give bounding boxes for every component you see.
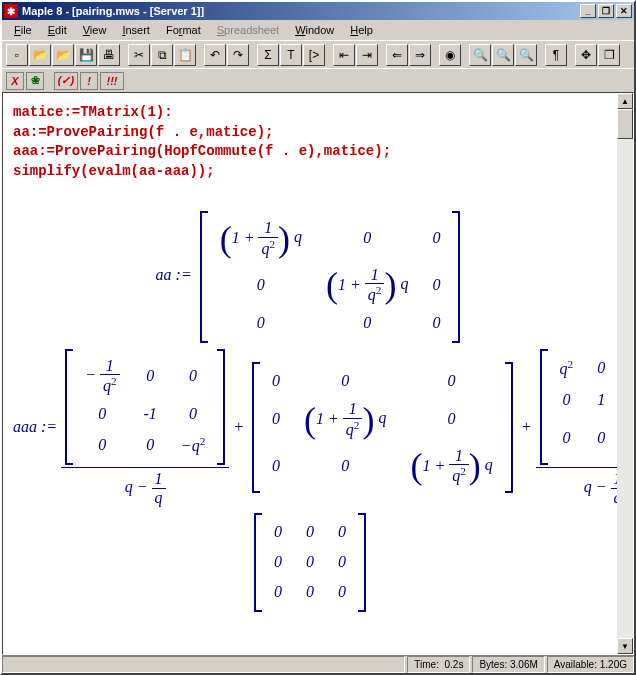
scroll-thumb[interactable] bbox=[617, 109, 633, 139]
status-empty bbox=[2, 656, 405, 673]
statusbar: Time: 0.2s Bytes: 3.06M Available: 1.20G bbox=[2, 655, 634, 673]
menu-view[interactable]: View bbox=[75, 22, 115, 38]
output-aa: aa := 1 + 1q2 q 0 0 0 1 + 1q2 q 0 bbox=[13, 211, 607, 342]
scroll-down-icon[interactable]: ▼ bbox=[617, 638, 633, 654]
cut-button[interactable]: ✂ bbox=[128, 44, 150, 66]
code-line[interactable]: matice:=TMatrix(1): bbox=[13, 103, 607, 123]
menu-spreadsheet: Spreadsheet bbox=[209, 22, 287, 38]
aaa-label: aaa := bbox=[13, 417, 57, 434]
stop-button[interactable]: ◉ bbox=[439, 44, 461, 66]
zoom-reset-button[interactable]: 🔍 bbox=[492, 44, 514, 66]
scroll-track[interactable] bbox=[617, 139, 633, 638]
menu-help[interactable]: Help bbox=[342, 22, 381, 38]
check-button[interactable]: (✓) bbox=[54, 72, 78, 90]
status-available: Available: 1.20G bbox=[547, 656, 634, 673]
copy-button[interactable]: ⧉ bbox=[151, 44, 173, 66]
print-button[interactable]: 🖶 bbox=[98, 44, 120, 66]
code-line[interactable]: aa:=ProvePairing(f . e,matice); bbox=[13, 123, 607, 143]
text-button[interactable]: T bbox=[280, 44, 302, 66]
menu-edit[interactable]: Edit bbox=[40, 22, 75, 38]
zoom-out-button[interactable]: 🔍 bbox=[469, 44, 491, 66]
paste-button[interactable]: 📋 bbox=[174, 44, 196, 66]
content-area: matice:=TMatrix(1): aa:=ProvePairing(f .… bbox=[2, 92, 634, 655]
separator-icon bbox=[46, 70, 52, 92]
indent-button[interactable]: ⇥ bbox=[356, 44, 378, 66]
restore-button[interactable]: ❐ bbox=[598, 44, 620, 66]
scroll-up-icon[interactable]: ▲ bbox=[617, 93, 633, 109]
status-bytes: Bytes: 3.06M bbox=[472, 656, 544, 673]
exec-button[interactable]: ! bbox=[80, 72, 98, 90]
toolbar-context: X ❀ (✓) ! !!! bbox=[2, 68, 634, 92]
code-line[interactable]: aaa:=ProvePairing(HopfCommute(f . e),mat… bbox=[13, 142, 607, 162]
nonprint-button[interactable]: ¶ bbox=[545, 44, 567, 66]
leaf-button[interactable]: ❀ bbox=[26, 72, 44, 90]
code-line[interactable]: simplify(evalm(aa-aaa)); bbox=[13, 162, 607, 182]
aaa-term2: 000 01 + 1q2 q0 001 + 1q2 q bbox=[252, 362, 513, 493]
zoom-in-button[interactable]: 🔍 bbox=[515, 44, 537, 66]
forward-button[interactable]: ⇒ bbox=[409, 44, 431, 66]
exec-all-button[interactable]: !!! bbox=[100, 72, 124, 90]
menu-format[interactable]: Format bbox=[158, 22, 209, 38]
menubar: File Edit View Insert Format Spreadsheet… bbox=[2, 20, 634, 40]
status-time: Time: 0.2s bbox=[407, 656, 470, 673]
output-simplify: 000 000 000 bbox=[13, 513, 607, 612]
redo-button[interactable]: ↷ bbox=[227, 44, 249, 66]
separator-icon bbox=[462, 44, 468, 66]
menu-insert[interactable]: Insert bbox=[114, 22, 158, 38]
output-aaa: aaa := − 1q200 0-10 00−q2 bbox=[13, 349, 607, 612]
worksheet[interactable]: matice:=TMatrix(1): aa:=ProvePairing(f .… bbox=[3, 93, 617, 654]
vertical-scrollbar[interactable]: ▲ ▼ bbox=[617, 93, 633, 654]
separator-icon bbox=[432, 44, 438, 66]
titlebar: ✱ Maple 8 - [pairing.mws - [Server 1]] _… bbox=[2, 2, 634, 20]
window-title: Maple 8 - [pairing.mws - [Server 1]] bbox=[22, 5, 578, 17]
app-icon: ✱ bbox=[4, 4, 18, 18]
separator-icon bbox=[379, 44, 385, 66]
app-window: ✱ Maple 8 - [pairing.mws - [Server 1]] _… bbox=[0, 0, 636, 675]
separator-icon bbox=[121, 44, 127, 66]
aaa-term3: q200 010 001q2 q − 1q bbox=[536, 349, 617, 507]
toolbar-main: ▫ 📂 📂 💾 🖶 ✂ ⧉ 📋 ↶ ↷ Σ T [> ⇤ ⇥ ⇐ ⇒ ◉ 🔍 🔍… bbox=[2, 40, 634, 68]
menu-file[interactable]: File bbox=[6, 22, 40, 38]
maximize-button[interactable]: ❐ bbox=[598, 4, 614, 18]
new-button[interactable]: ▫ bbox=[6, 44, 28, 66]
open2-button[interactable]: 📂 bbox=[52, 44, 74, 66]
sigma-button[interactable]: Σ bbox=[257, 44, 279, 66]
plus-icon: + bbox=[521, 417, 532, 434]
aaa-term1: − 1q200 0-10 00−q2 q − 1q bbox=[61, 349, 229, 507]
prompt-button[interactable]: [> bbox=[303, 44, 325, 66]
resize-button[interactable]: ✥ bbox=[575, 44, 597, 66]
plus-icon: + bbox=[233, 417, 244, 434]
open-button[interactable]: 📂 bbox=[29, 44, 51, 66]
separator-icon bbox=[250, 44, 256, 66]
menu-window[interactable]: Window bbox=[287, 22, 342, 38]
separator-icon bbox=[538, 44, 544, 66]
back-button[interactable]: ⇐ bbox=[386, 44, 408, 66]
outdent-button[interactable]: ⇤ bbox=[333, 44, 355, 66]
separator-icon bbox=[197, 44, 203, 66]
save-button[interactable]: 💾 bbox=[75, 44, 97, 66]
x-button[interactable]: X bbox=[6, 72, 24, 90]
separator-icon bbox=[568, 44, 574, 66]
separator-icon bbox=[326, 44, 332, 66]
aa-matrix: 1 + 1q2 q 0 0 0 1 + 1q2 q 0 0 bbox=[200, 211, 461, 342]
minimize-button[interactable]: _ bbox=[580, 4, 596, 18]
close-button[interactable]: ✕ bbox=[616, 4, 632, 18]
aa-label: aa := bbox=[156, 267, 192, 284]
undo-button[interactable]: ↶ bbox=[204, 44, 226, 66]
